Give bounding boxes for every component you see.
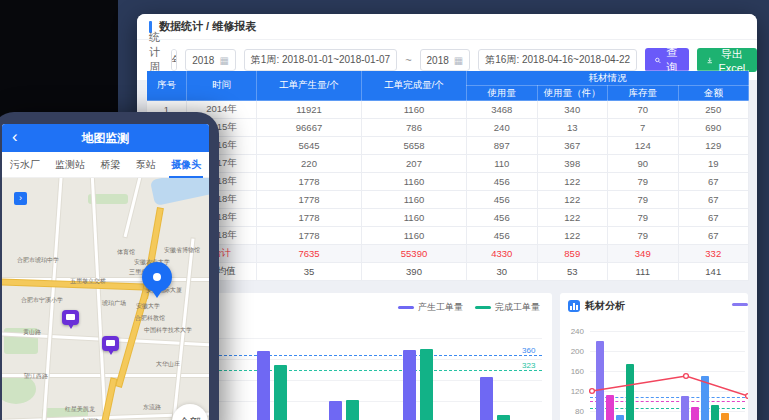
bar-产生工单量[interactable] <box>257 351 270 420</box>
screenshot-stage: 数据统计 / 维修报表 统计周期: 年季月周日 2018 ▦ 第1周: 2018… <box>0 0 769 420</box>
table-row[interactable]: 12014年119211160346834070250 <box>147 101 749 119</box>
table-cell: 79 <box>608 191 679 209</box>
table-cell: 13 <box>537 119 608 137</box>
table-row[interactable]: 52018年177811604561227967 <box>147 173 749 191</box>
year-from-select[interactable]: 2018 ▦ <box>185 49 236 71</box>
calendar-icon: ▦ <box>219 55 228 66</box>
bar-库存量[interactable] <box>616 415 624 420</box>
bar-使用量（件）[interactable] <box>606 395 614 420</box>
week-from-input[interactable]: 第1周: 2018-01-01~2018-01-07 <box>244 49 397 71</box>
table-body: 12014年11921116034683407025022015年9666778… <box>147 101 749 281</box>
table-cell: 122 <box>537 227 608 245</box>
export-excel-button[interactable]: 导出Excel <box>697 48 757 72</box>
table-cell: 1160 <box>362 191 467 209</box>
table-cell: 35 <box>257 263 362 281</box>
bar-金额[interactable] <box>721 413 729 420</box>
query-button[interactable]: 查询 <box>645 48 689 72</box>
col-header: 序号 <box>147 71 187 101</box>
table-cell: 67 <box>678 209 749 227</box>
group-header: 耗材情况 <box>467 71 749 86</box>
year-from-value: 2018 <box>192 55 214 66</box>
table-cell: 5645 <box>257 137 362 155</box>
map-poi-label: 中国科学技术大学 <box>144 326 192 335</box>
phone-tab-监测站[interactable]: 监测站 <box>55 152 85 178</box>
year-to-select[interactable]: 2018 ▦ <box>420 49 471 71</box>
phone-tab-污水厂[interactable]: 污水厂 <box>10 152 40 178</box>
gridline <box>590 331 745 332</box>
table-cell: 1160 <box>362 173 467 191</box>
report-table: 序号时间工单产生量/个工单完成量/个耗材情况使用量使用量（件）库存量金额1201… <box>146 70 749 281</box>
gridline <box>590 391 745 392</box>
table-cell: 456 <box>467 227 538 245</box>
table-cell: 67 <box>678 191 749 209</box>
range-tilde: ~ <box>405 54 411 66</box>
table-cell: 390 <box>362 263 467 281</box>
table-cell: 129 <box>678 137 749 155</box>
week-to-input[interactable]: 第16周: 2018-04-16~2018-04-22 <box>478 49 637 71</box>
back-icon[interactable]: ‹ <box>12 127 18 147</box>
bar-产生工单量[interactable] <box>403 350 416 420</box>
map-poi-label: 合肥市琥珀中学 <box>17 256 59 265</box>
phone-tab-泵站[interactable]: 泵站 <box>136 152 156 178</box>
table-cell: 110 <box>467 155 538 173</box>
table-cell: 1778 <box>257 173 362 191</box>
table-cell: 79 <box>608 227 679 245</box>
table-cell: 1160 <box>362 101 467 119</box>
map-poi-label: 体育馆 <box>117 248 135 257</box>
bar-产生工单量[interactable] <box>329 401 342 420</box>
phone-page-title: 地图监测 <box>82 130 130 147</box>
table-cell: 53 <box>537 263 608 281</box>
table-cell: 111 <box>608 263 679 281</box>
bar-使用量[interactable] <box>681 396 689 420</box>
bar-使用量[interactable] <box>596 341 604 420</box>
table-cell: 1778 <box>257 227 362 245</box>
table-cell: 220 <box>257 155 362 173</box>
camera-marker[interactable] <box>102 336 119 351</box>
table-cell: 240 <box>467 119 538 137</box>
map-poi-label: 合肥市宁溪小学 <box>21 296 63 305</box>
table-cell: 79 <box>608 209 679 227</box>
table-cell: 122 <box>537 173 608 191</box>
bar-采购量[interactable] <box>711 405 719 420</box>
bar-完成工单量[interactable] <box>274 365 287 420</box>
map-road <box>124 178 144 237</box>
table-cell: 70 <box>608 101 679 119</box>
gridline <box>164 359 542 360</box>
table-row[interactable]: 72018年177811604561227967 <box>147 209 749 227</box>
table-row[interactable]: 42017年2202071103989019 <box>147 155 749 173</box>
table-row[interactable]: 22015年96667786240137690 <box>147 119 749 137</box>
week-to-value: 第16周: 2018-04-16~2018-04-22 <box>485 53 630 67</box>
bar-使用量（件）[interactable] <box>691 407 699 420</box>
table-head: 序号时间工单产生量/个工单完成量/个耗材情况使用量使用量（件）库存量金额 <box>147 71 749 101</box>
table-total-row: 合计7635553904330859349332 <box>147 245 749 263</box>
bar-采购量[interactable] <box>626 364 634 420</box>
camera-marker[interactable] <box>62 310 79 325</box>
map-poi-label: 琥珀广场 <box>102 299 126 308</box>
map-poi-label: 合肥科教馆 <box>135 314 165 323</box>
map-poi-label: 望江西路 <box>24 372 48 381</box>
map-view[interactable]: 合肥市琥珀中学体育馆安徽农业大学安徽省博物馆三里庵五里墩立交桥合肥市宁溪小学琥珀… <box>2 178 209 420</box>
bar-完成工单量[interactable] <box>497 415 510 420</box>
table-cell: 456 <box>467 173 538 191</box>
bar-库存量[interactable] <box>701 376 709 420</box>
table-cell: 122 <box>537 209 608 227</box>
phone-tab-摄像头[interactable]: 摄像头 <box>171 152 201 178</box>
table-cell: 90 <box>608 155 679 173</box>
selected-camera-pin[interactable] <box>142 262 172 292</box>
table-cell: 897 <box>467 137 538 155</box>
table-row[interactable]: 32016年56455658897367124129 <box>147 137 749 155</box>
bar-完成工单量[interactable] <box>420 349 433 420</box>
bar-完成工单量[interactable] <box>346 400 359 420</box>
map-all-button[interactable]: 全部 <box>172 404 208 420</box>
table-cell: 7635 <box>257 245 362 263</box>
table-cell: 340 <box>537 101 608 119</box>
table-cell: 124 <box>608 137 679 155</box>
table-row[interactable]: 82018年177811604561227967 <box>147 227 749 245</box>
map-expand-button[interactable]: › <box>14 192 27 205</box>
table-head-row: 序号时间工单产生量/个工单完成量/个耗材情况 <box>147 71 749 86</box>
table-row[interactable]: 62018年177811604561227967 <box>147 191 749 209</box>
period-button-年[interactable]: 年 <box>172 50 177 70</box>
week-from-value: 第1周: 2018-01-01~2018-01-07 <box>251 53 390 67</box>
bar-产生工单量[interactable] <box>480 377 493 420</box>
phone-tab-桥梁[interactable]: 桥梁 <box>100 152 120 178</box>
